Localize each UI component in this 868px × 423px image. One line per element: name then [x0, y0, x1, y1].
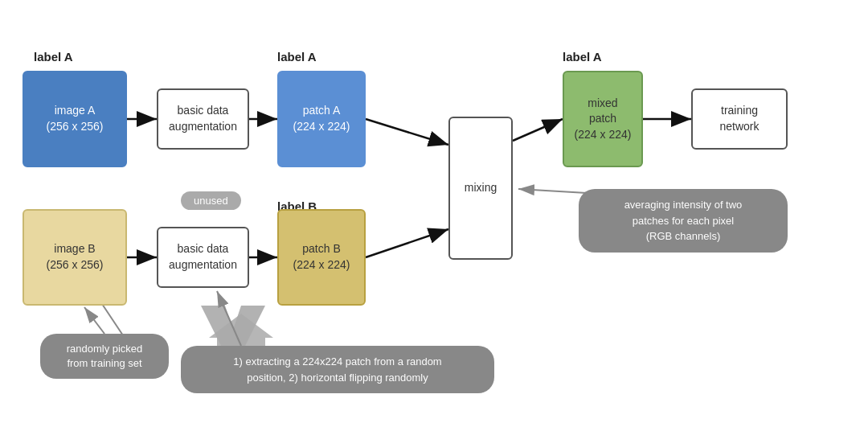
basic-data-aug-a-line2: augmentation: [169, 119, 237, 135]
mixed-patch-line3: (224 x 224): [575, 127, 632, 143]
training-network-line1: training: [721, 103, 758, 119]
mixed-patch-line1: mixed: [588, 96, 617, 112]
patch-a-line1: patch A: [303, 103, 341, 119]
unused-tag: unused: [181, 191, 241, 210]
svg-line-14: [84, 307, 104, 334]
averaging-annotation: averaging intensity of two patches for e…: [579, 189, 788, 253]
randomly-picked-text: randomly picked from training set: [67, 343, 143, 369]
image-a-box: image A (256 x 256): [23, 71, 127, 167]
mixing-label: mixing: [465, 180, 497, 196]
patch-a-box: patch A (224 x 224): [277, 71, 366, 167]
svg-line-5: [513, 119, 563, 141]
patch-a-line2: (224 x 224): [293, 119, 350, 135]
training-network-line2: network: [719, 119, 759, 135]
label-a-right: label A: [563, 50, 602, 64]
image-b-box: image B (256 x 256): [23, 209, 127, 306]
diagram: label A image A (256 x 256) basic data a…: [0, 0, 868, 423]
patch-b-line1: patch B: [302, 241, 340, 257]
mixing-box: mixing: [448, 117, 513, 260]
svg-line-17: [518, 189, 587, 193]
averaging-text: averaging intensity of two patches for e…: [624, 199, 743, 242]
patch-b-box: patch B (224 x 224): [277, 209, 366, 306]
svg-line-15: [217, 291, 241, 346]
basic-data-aug-b-line2: augmentation: [169, 257, 237, 273]
label-a-mid: label A: [277, 50, 317, 64]
image-a-line1: image A: [55, 103, 96, 119]
extracting-annotation: 1) extracting a 224x224 patch from a ran…: [181, 346, 494, 393]
basic-data-aug-b-box: basic data augmentation: [157, 227, 249, 288]
unused-label: unused: [194, 195, 228, 207]
image-b-line1: image B: [54, 241, 95, 257]
svg-line-4: [366, 119, 448, 145]
label-a-top: label A: [34, 50, 73, 64]
patch-b-line2: (224 x 224): [293, 257, 350, 273]
training-network-box: training network: [691, 88, 788, 150]
basic-data-aug-a-line1: basic data: [178, 103, 229, 119]
mixed-patch-box: mixed patch (224 x 224): [563, 71, 643, 167]
image-a-line2: (256 x 256): [47, 119, 104, 135]
randomly-picked-annotation: randomly picked from training set: [40, 334, 169, 379]
mixed-patch-line2: patch: [589, 111, 616, 127]
svg-line-9: [366, 229, 448, 257]
image-b-line2: (256 x 256): [47, 257, 104, 273]
basic-data-aug-b-line1: basic data: [178, 241, 229, 257]
extracting-text: 1) extracting a 224x224 patch from a ran…: [233, 355, 441, 384]
basic-data-aug-a-box: basic data augmentation: [157, 88, 249, 150]
